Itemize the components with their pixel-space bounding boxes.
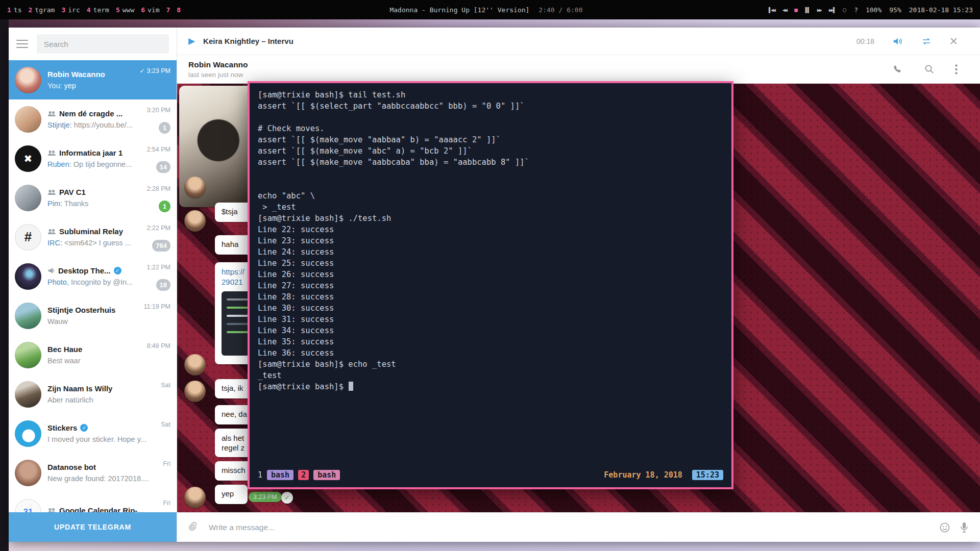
chat-name: Stijntje Oosterhuis xyxy=(47,306,115,314)
chat-header: Robin Wacanno last seen just now xyxy=(177,55,980,84)
avatar xyxy=(184,354,206,375)
player-track-title: Keira Knightley – Intervu xyxy=(203,37,293,45)
emoji-icon[interactable] xyxy=(939,522,950,533)
search-chat-icon[interactable] xyxy=(924,64,935,74)
media-pause-icon[interactable]: ▌▌ xyxy=(805,7,810,13)
chat-list-item[interactable]: Stickers ✓ I moved your sticker. Hope y.… xyxy=(9,414,177,453)
terminal-window[interactable]: [sam@trixie bash]$ tail test.shassert `[… xyxy=(248,81,733,489)
preview-text: Incognito by @In... xyxy=(71,278,133,286)
tmux-window-1-name[interactable]: bash xyxy=(267,470,293,480)
chat-list-item[interactable]: PAV C1 Pim: Thanks 2:28 PM 1 xyxy=(9,178,177,217)
group-icon xyxy=(47,229,56,235)
audio-player-bar: ▶ Keira Knightley – Intervu 00:18 xyxy=(177,28,980,55)
close-player-icon[interactable] xyxy=(950,37,958,45)
workspace-tag[interactable]: 2tgram xyxy=(28,6,55,14)
preview-text: I moved your sticker. Hope y... xyxy=(47,435,146,443)
chat-list-item[interactable]: Datanose bot New grade found: 20172018..… xyxy=(9,453,177,492)
tmux-window-2-name[interactable]: bash xyxy=(313,470,340,480)
chat-list-item[interactable]: Zijn Naam Is Willy Aber natürlich Sat xyxy=(9,374,177,414)
play-button[interactable]: ▶ xyxy=(188,36,195,46)
terminal-output: [sam@trixie bash]$ tail test.shassert `[… xyxy=(258,89,726,392)
message-input[interactable] xyxy=(208,522,930,533)
chat-name: Subluminal Relay xyxy=(59,227,123,236)
chat-name: Stickers xyxy=(47,423,77,432)
outgoing-message[interactable]: yep xyxy=(215,485,248,504)
menu-dots-icon[interactable] xyxy=(955,64,958,74)
attach-icon[interactable] xyxy=(188,522,199,533)
message-text: missch xyxy=(222,466,246,474)
chat-preview: Aber natürlich xyxy=(47,396,155,404)
media-stop-icon[interactable]: ■ xyxy=(794,7,798,13)
message-text: $tsja xyxy=(222,207,238,216)
workspace-tag[interactable]: 4term xyxy=(87,6,109,14)
message-text: haha xyxy=(222,240,238,248)
chat-name: Datanose bot xyxy=(47,463,96,471)
search-input[interactable] xyxy=(37,34,169,54)
chat-list-item[interactable]: # Subluminal Relay IRC: <sim642> I guess… xyxy=(9,217,177,257)
avatar: 31 xyxy=(15,499,41,513)
desktop-edge-strip xyxy=(0,19,9,551)
chat-list-item[interactable]: Desktop The... ✓ Photo, Incognito by @In… xyxy=(9,257,177,296)
unread-badge: 14 xyxy=(156,161,170,173)
chat-time: 11:19 PM xyxy=(143,303,170,310)
battery-level: 95% xyxy=(889,6,901,14)
chat-time: Fri xyxy=(163,499,170,507)
preview-text: <sim642> I guess ... xyxy=(64,239,131,247)
verified-badge-icon: ✓ xyxy=(114,267,121,274)
update-telegram-button[interactable]: UPDATE TELEGRAM xyxy=(9,512,177,542)
preview-text: yep xyxy=(64,82,76,90)
unread-badge: 1 xyxy=(159,122,170,134)
chat-list-item[interactable]: Robin Wacanno You: yep ✓3:23 PM xyxy=(9,60,177,99)
microphone-icon[interactable] xyxy=(960,521,969,534)
time-text: Fri xyxy=(163,499,170,507)
repeat-icon[interactable] xyxy=(921,37,932,45)
avatar: # xyxy=(15,224,41,251)
group-icon xyxy=(47,508,56,513)
peer-name: Robin Wacanno xyxy=(188,60,248,69)
volume-level: 100% xyxy=(866,6,881,14)
chat-list-item[interactable]: ✖ Informatica jaar 1 Ruben: Op tijd bego… xyxy=(9,139,177,178)
tmux-window-1-index[interactable]: 1 xyxy=(258,470,262,480)
tmux-window-2-index[interactable]: 2 xyxy=(298,470,309,480)
call-icon[interactable] xyxy=(892,64,903,75)
volume-icon[interactable] xyxy=(893,37,903,46)
chat-list-item[interactable]: Bec Haue Best waar 8:48 PM xyxy=(9,335,177,374)
preview-text: Op tijd begonne... xyxy=(74,160,132,168)
chat-time: Sat xyxy=(161,382,170,389)
workspace-tag[interactable]: 6vim xyxy=(141,6,159,14)
workspace-tag[interactable]: 1ts xyxy=(7,6,21,14)
chat-preview: Wauw xyxy=(47,317,137,325)
workspace-tag[interactable]: 5www xyxy=(116,6,134,14)
avatar xyxy=(15,342,41,368)
status-bar: 1ts2tgram3irc4term5www6vim78 Madonna - B… xyxy=(0,0,980,19)
chat-list-item[interactable]: 31 Google Calendar Rip-... Fri xyxy=(9,492,177,512)
chat-name: Google Calendar Rip-... xyxy=(59,506,144,512)
menu-icon[interactable] xyxy=(16,40,28,48)
chat-preview: You: yep xyxy=(47,82,133,90)
avatar xyxy=(15,460,41,486)
media-forward-icon[interactable]: ▶▶ xyxy=(817,7,821,13)
media-rewind-icon[interactable]: ◀◀ xyxy=(782,7,787,13)
group-icon xyxy=(47,111,56,117)
sidebar-header xyxy=(9,28,177,60)
chat-preview: Pim: Thanks xyxy=(47,199,140,208)
chat-name: Bec Haue xyxy=(47,345,82,354)
preview-text: Aber natürlich xyxy=(47,396,93,404)
chat-list-item[interactable]: Stijntje Oosterhuis Wauw 11:19 PM xyxy=(9,296,177,335)
workspace-tag[interactable]: 8 xyxy=(177,6,181,14)
desktop-wallpaper-strip xyxy=(0,542,980,551)
media-next-icon[interactable]: ▶▶▌ xyxy=(829,7,835,13)
chat-name: Informatica jaar 1 xyxy=(59,148,122,157)
chat-preview: New grade found: 20172018.... xyxy=(47,474,157,483)
chat-list-item[interactable]: Nem dé cragde ... Stijntje: https://yout… xyxy=(9,99,177,139)
sent-check-icon: ✓ xyxy=(139,67,144,74)
chat-time: 1:22 PM xyxy=(146,264,170,271)
workspace-tag[interactable]: 3irc xyxy=(61,6,80,14)
unread-badge: 764 xyxy=(152,240,170,252)
avatar xyxy=(15,185,41,211)
now-playing: Madonna - Burning Up [12'' Version] 2:40… xyxy=(389,6,582,14)
preview-sender: Pim: xyxy=(47,199,64,208)
chat-preview: Best waar xyxy=(47,357,140,365)
media-prev-icon[interactable]: ▌◀◀ xyxy=(769,7,775,13)
workspace-tag[interactable]: 7 xyxy=(166,6,170,14)
